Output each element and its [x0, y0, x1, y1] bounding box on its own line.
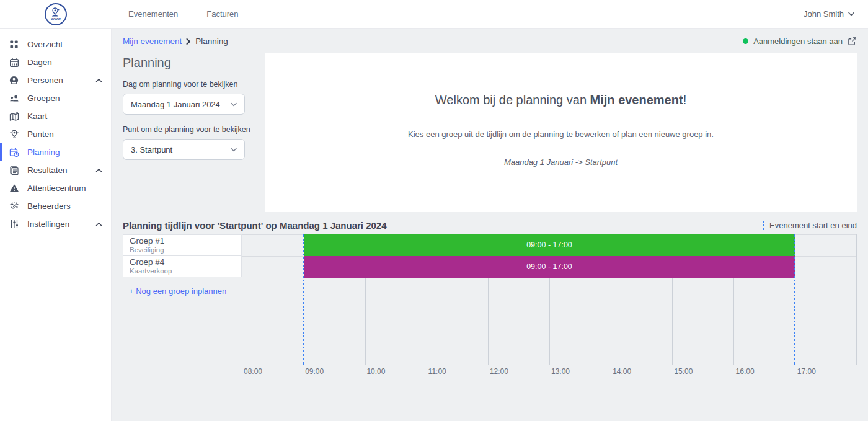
- nav-facturen[interactable]: Facturen: [206, 9, 238, 19]
- sidebar-item-resultaten[interactable]: Resultaten: [0, 161, 111, 179]
- timeline-row-label[interactable]: Groep #1Beveiliging: [123, 234, 242, 256]
- group-name: Groep #1: [130, 236, 235, 246]
- calendar-clock-icon: [9, 147, 19, 157]
- clipboard-icon: [9, 165, 19, 175]
- sidebar-item-beheerders[interactable]: Beheerders: [0, 197, 111, 215]
- sidebar-item-attentiecentrum[interactable]: Attentiecentrum: [0, 179, 111, 197]
- grid-icon: [9, 39, 19, 50]
- axis-tick-label: 15:00: [672, 367, 693, 376]
- timeline-row-label[interactable]: Groep #4Kaartverkoop: [123, 255, 242, 277]
- day-select[interactable]: Maandag 1 Januari 2024: [123, 94, 245, 115]
- nav-evenementen[interactable]: Evenementen: [128, 9, 178, 19]
- sidebar-item-label: Resultaten: [27, 166, 68, 175]
- person-icon: [9, 75, 19, 86]
- axis-tick-label: 11:00: [427, 367, 446, 376]
- chevron-up-icon: [95, 168, 102, 173]
- logo-wrap: WWW: [0, 3, 112, 25]
- app-logo[interactable]: WWW: [45, 3, 67, 25]
- sidebar-item-planning[interactable]: Planning: [0, 143, 111, 161]
- top-navigation: Evenementen Facturen: [112, 9, 239, 19]
- sidebar-item-instellingen[interactable]: Instellingen: [0, 215, 111, 233]
- timeline-title: Planning tijdlijn voor 'Startpunt' op Ma…: [123, 220, 387, 231]
- user-menu[interactable]: John Smith: [804, 9, 868, 19]
- axis-tick-label: 16:00: [734, 367, 755, 376]
- axis-tick-label: 17:00: [795, 367, 816, 376]
- welcome-subtitle: Kies een groep uit de tijdlijn om de pla…: [408, 130, 714, 139]
- breadcrumb: Mijn evenement Planning: [123, 37, 228, 46]
- timeline-row-labels: Groep #1BeveiligingGroep #4Kaartverkoop: [123, 234, 242, 277]
- user-name: John Smith: [804, 9, 844, 19]
- chevron-down-icon: [848, 12, 854, 16]
- main-content: Mijn evenement Planning Aanmeldingen sta…: [112, 29, 868, 421]
- sidebar-item-dagen[interactable]: Dagen: [0, 53, 111, 71]
- axis-tick-label: 10:00: [365, 367, 385, 376]
- point-select-label: Punt om de planning voor te bekijken: [123, 125, 265, 134]
- chevron-up-icon: [95, 78, 102, 83]
- timeline-bar[interactable]: 09:00 - 17:00: [304, 256, 795, 278]
- group-category: Kaartverkoop: [130, 267, 235, 275]
- sidebar-item-label: Instellingen: [27, 219, 69, 229]
- sidebar-item-label: Punten: [27, 130, 54, 139]
- welcome-title: Welkom bij de planning van Mijn evenemen…: [435, 93, 686, 107]
- sidebar-item-label: Beheerders: [27, 202, 71, 211]
- calendar-icon: [9, 57, 19, 68]
- map-icon: [9, 111, 19, 122]
- day-select-value: Maandag 1 Januari 2024: [131, 100, 220, 109]
- axis-tick-label: 12:00: [488, 367, 508, 376]
- chevron-down-icon: [231, 148, 237, 152]
- timeline-chart[interactable]: 09:00 - 17:0009:00 - 17:00: [242, 234, 857, 365]
- legend-label: Evenement start en eind: [769, 221, 857, 230]
- sidebar-item-label: Attentiecentrum: [27, 184, 86, 193]
- sidebar-item-overzicht[interactable]: Overzicht: [0, 35, 111, 53]
- add-group-link[interactable]: + Nog een groep inplannen: [129, 286, 226, 296]
- timeline-legend: Evenement start en eind: [763, 221, 857, 230]
- topbar: WWW Evenementen Facturen John Smith: [0, 0, 868, 29]
- row-separator: [242, 278, 856, 278]
- welcome-context: Maandag 1 Januari -> Startpunt: [504, 157, 618, 167]
- logo-pin-icon: WWW: [48, 6, 64, 22]
- external-link-icon[interactable]: [848, 37, 857, 46]
- sidebar: Overzicht Dagen Personen Groepen Kaart: [0, 29, 112, 421]
- timeline-axis: 08:0009:0010:0011:0012:0013:0014:0015:00…: [242, 365, 857, 378]
- status-dot-icon: [743, 38, 748, 44]
- sidebar-item-punten[interactable]: Punten: [0, 125, 111, 143]
- page-title: Planning: [123, 56, 265, 70]
- sidebar-item-groepen[interactable]: Groepen: [0, 89, 111, 107]
- warning-icon: [9, 183, 19, 193]
- welcome-card: Welkom bij de planning van Mijn evenemen…: [265, 53, 857, 212]
- map-pin-icon: [9, 129, 19, 140]
- svg-text:WWW: WWW: [51, 17, 61, 20]
- registrations-status: Aanmeldingen staan aan: [743, 37, 857, 46]
- point-select-value: 3. Startpunt: [131, 145, 172, 154]
- handshake-icon: [9, 201, 19, 211]
- timeline: Groep #1BeveiligingGroep #4Kaartverkoop …: [123, 234, 857, 378]
- dotted-line-icon: [763, 221, 764, 230]
- sidebar-item-label: Dagen: [27, 58, 52, 67]
- group-category: Beveiliging: [130, 246, 235, 254]
- sidebar-item-label: Groepen: [27, 94, 60, 103]
- breadcrumb-parent-link[interactable]: Mijn evenement: [123, 37, 182, 46]
- timeline-bar[interactable]: 09:00 - 17:00: [304, 234, 795, 256]
- axis-tick-label: 09:00: [303, 367, 324, 376]
- event-boundary-line: [303, 234, 304, 365]
- axis-tick-label: 08:00: [242, 367, 262, 376]
- point-select[interactable]: 3. Startpunt: [123, 139, 245, 160]
- chevron-right-icon: [186, 38, 191, 45]
- status-label: Aanmeldingen staan aan: [753, 37, 843, 46]
- sidebar-item-label: Personen: [27, 76, 63, 85]
- sliders-icon: [9, 219, 19, 229]
- chevron-down-icon: [231, 102, 237, 107]
- sidebar-item-label: Planning: [27, 148, 60, 157]
- axis-tick-label: 14:00: [611, 367, 631, 376]
- app: WWW Evenementen Facturen John Smith Over…: [0, 0, 868, 421]
- sidebar-item-personen[interactable]: Personen: [0, 71, 111, 89]
- event-boundary-line: [794, 234, 795, 365]
- chevron-up-icon: [95, 222, 102, 227]
- breadcrumb-current: Planning: [195, 37, 228, 46]
- planning-panel: Planning Dag om planning voor te bekijke…: [123, 53, 265, 171]
- sidebar-item-kaart[interactable]: Kaart: [0, 107, 111, 125]
- axis-tick-label: 13:00: [549, 367, 570, 376]
- group-icon: [9, 93, 19, 104]
- sidebar-item-label: Overzicht: [27, 40, 63, 49]
- day-select-label: Dag om planning voor te bekijken: [123, 80, 265, 89]
